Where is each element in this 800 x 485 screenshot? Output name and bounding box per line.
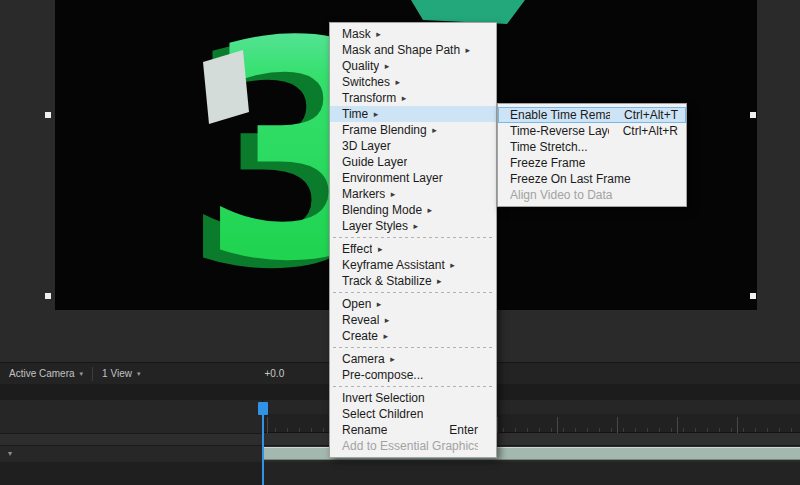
- menu-item-label: Environment Layer: [342, 170, 443, 186]
- menu-item-environment-layer[interactable]: Environment Layer ▸: [330, 170, 496, 186]
- submenu-arrow-icon: ▸: [379, 312, 389, 328]
- menu-item-effect[interactable]: Effect ▸: [330, 241, 496, 257]
- menu-item-switches[interactable]: Switches ▸: [330, 74, 496, 90]
- submenu-item-align-video-to-data[interactable]: Align Video to Data: [498, 187, 686, 203]
- menu-item-label: Frame Blending: [342, 122, 427, 138]
- menu-item-label: Switches: [342, 74, 390, 90]
- menu-item-pre-compose[interactable]: Pre-compose... ▸: [330, 367, 496, 383]
- submenu-item-freeze-frame[interactable]: Freeze Frame: [498, 155, 686, 171]
- submenu-arrow-icon: ▸: [445, 257, 455, 273]
- submenu-item-enable-time-remapping[interactable]: Enable Time Remapping Ctrl+Alt+T: [498, 107, 686, 123]
- menu-item-label: Keyframe Assistant: [342, 257, 445, 273]
- menu-item-label: Rename: [342, 422, 387, 438]
- selection-handle[interactable]: [750, 112, 756, 118]
- menu-item-label: Blending Mode: [342, 202, 422, 218]
- menu-item-label: Pre-compose...: [342, 367, 423, 383]
- submenu-arrow-icon: ▸: [385, 351, 395, 367]
- submenu-item-label: Align Video to Data: [510, 187, 613, 203]
- submenu-item-time-stretch[interactable]: Time Stretch...: [498, 139, 686, 155]
- menu-item-time[interactable]: Time ▸: [330, 106, 496, 122]
- layer-context-menu: Mask ▸ Mask and Shape Path ▸ Quality ▸ S…: [329, 22, 497, 458]
- chevron-down-icon: ▾: [80, 370, 84, 378]
- composition-mini-flowchart-icon[interactable]: [116, 402, 132, 418]
- submenu-item-label: Time-Reverse Layer: [510, 123, 609, 139]
- frame-blending-icon[interactable]: [182, 402, 198, 418]
- graph-editor-icon[interactable]: [226, 402, 242, 418]
- menu-item-add-to-essential-graphics[interactable]: Add to Essential Graphics ▸: [330, 438, 496, 454]
- selection-handle[interactable]: [45, 293, 51, 299]
- draft-3d-icon[interactable]: [138, 402, 154, 418]
- exposure-value[interactable]: +0.0: [258, 368, 284, 379]
- viewer-toolbar-icons: [149, 366, 258, 382]
- menu-item-label: Create: [342, 328, 378, 344]
- motion-blur-icon[interactable]: [204, 402, 220, 418]
- layer-values-row: ▾: [0, 446, 262, 462]
- submenu-arrow-icon: ▸: [368, 106, 378, 122]
- grid-guides-icon[interactable]: [178, 366, 195, 382]
- submenu-item-time-reverse-layer[interactable]: Time-Reverse Layer Ctrl+Alt+R: [498, 123, 686, 139]
- submenu-item-label: Freeze Frame: [510, 155, 585, 171]
- selection-handle[interactable]: [45, 112, 51, 118]
- menu-item-markers[interactable]: Markers ▸: [330, 186, 496, 202]
- parent-link-dropdown-icon[interactable]: ▾: [8, 449, 12, 458]
- submenu-arrow-icon: ▸: [372, 241, 382, 257]
- menu-item-transform[interactable]: Transform ▸: [330, 90, 496, 106]
- region-of-interest-icon[interactable]: [220, 366, 237, 382]
- submenu-arrow-icon: ▸: [432, 273, 442, 289]
- timeline-column-headers: [0, 433, 262, 446]
- menu-item-camera[interactable]: Camera ▸: [330, 351, 496, 367]
- hide-shy-layers-icon[interactable]: [160, 402, 176, 418]
- menu-item-guide-layer[interactable]: Guide Layer ▸: [330, 154, 496, 170]
- menu-item-label: Guide Layer: [342, 154, 407, 170]
- menu-item-select-children[interactable]: Select Children ▸: [330, 406, 496, 422]
- after-effects-window: 3 3 Active Camera ▾ 1 View ▾ +0.0: [0, 0, 800, 485]
- mask-visibility-icon[interactable]: [199, 366, 216, 382]
- menu-item-reveal[interactable]: Reveal ▸: [330, 312, 496, 328]
- submenu-arrow-icon: ▸: [371, 296, 381, 312]
- menu-item-mask[interactable]: Mask ▸: [330, 26, 496, 42]
- menu-item-shortcut: Enter: [435, 422, 478, 438]
- menu-item-label: Layer Styles: [342, 218, 408, 234]
- menu-item-label: Camera: [342, 351, 385, 367]
- selection-handle[interactable]: [750, 293, 756, 299]
- menu-item-label: Mask: [342, 26, 371, 42]
- view-layout-label: 1 View: [102, 368, 132, 379]
- menu-item-label: Mask and Shape Path: [342, 42, 460, 58]
- submenu-arrow-icon: ▸: [378, 328, 388, 344]
- menu-item-label: Quality: [342, 58, 379, 74]
- menu-separator: [333, 386, 493, 387]
- menu-item-quality[interactable]: Quality ▸: [330, 58, 496, 74]
- exposure-gear-icon[interactable]: [241, 366, 258, 382]
- submenu-arrow-icon: ▸: [385, 186, 395, 202]
- view-layout-dropdown[interactable]: 1 View ▾: [93, 363, 149, 384]
- menu-item-label: 3D Layer: [342, 138, 391, 154]
- submenu-item-shortcut: Ctrl+Alt+R: [609, 123, 678, 139]
- menu-item-track-stabilize[interactable]: Track & Stabilize ▸: [330, 273, 496, 289]
- menu-separator: [333, 292, 493, 293]
- menu-item-open[interactable]: Open ▸: [330, 296, 496, 312]
- submenu-arrow-icon: ▸: [379, 58, 389, 74]
- menu-item-keyframe-assistant[interactable]: Keyframe Assistant ▸: [330, 257, 496, 273]
- submenu-item-label: Freeze On Last Frame: [510, 171, 631, 187]
- menu-item-create[interactable]: Create ▸: [330, 328, 496, 344]
- menu-separator: [333, 347, 493, 348]
- submenu-item-label: Enable Time Remapping: [510, 107, 610, 123]
- playhead-handle[interactable]: [258, 402, 268, 415]
- menu-item-layer-styles[interactable]: Layer Styles ▸: [330, 218, 496, 234]
- submenu-arrow-icon: ▸: [427, 122, 437, 138]
- view-layout-icon[interactable]: [157, 366, 174, 382]
- camera-view-dropdown[interactable]: Active Camera ▾: [0, 363, 92, 384]
- menu-item-frame-blending[interactable]: Frame Blending ▸: [330, 122, 496, 138]
- timeline-empty-area: [263, 462, 800, 485]
- submenu-item-freeze-on-last-frame[interactable]: Freeze On Last Frame: [498, 171, 686, 187]
- menu-item-3d-layer[interactable]: 3D Layer ▸: [330, 138, 496, 154]
- submenu-arrow-icon: ▸: [371, 26, 381, 42]
- menu-item-blending-mode[interactable]: Blending Mode ▸: [330, 202, 496, 218]
- menu-item-label: Add to Essential Graphics: [342, 438, 478, 454]
- menu-item-label: Track & Stabilize: [342, 273, 432, 289]
- menu-item-invert-selection[interactable]: Invert Selection ▸: [330, 390, 496, 406]
- submenu-arrow-icon: ▸: [390, 74, 400, 90]
- menu-item-mask-and-shape-path[interactable]: Mask and Shape Path ▸: [330, 42, 496, 58]
- menu-item-rename[interactable]: Rename Enter ▸: [330, 422, 496, 438]
- submenu-arrow-icon: ▸: [422, 202, 432, 218]
